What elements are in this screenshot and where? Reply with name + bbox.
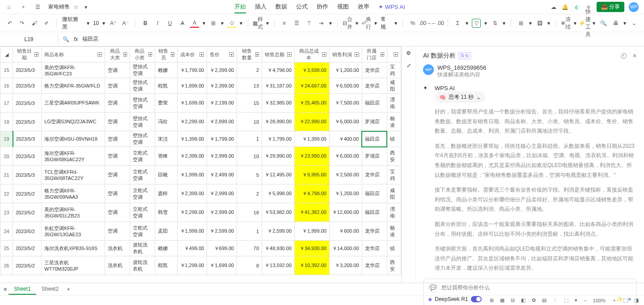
cell[interactable]: 2023/5/3	[13, 78, 42, 94]
cell[interactable]: 孟阳	[155, 222, 177, 241]
cell[interactable]: 罗湖店	[362, 147, 387, 166]
col-header[interactable]: 销售利润▾	[329, 47, 362, 63]
cell[interactable]: 2023/5/3	[13, 113, 42, 131]
cell[interactable]: 2023/5/2	[13, 222, 42, 241]
cell[interactable]: ￥24,687.00	[295, 78, 330, 94]
cell[interactable]: 2023/5/3	[13, 147, 42, 166]
cell[interactable]: 美的空调KFR-35GW/01LZB23	[42, 203, 105, 222]
cell[interactable]: 1	[237, 222, 262, 241]
fullscreen-icon[interactable]: ⛶	[623, 298, 628, 303]
sb-ico[interactable]: ▦	[500, 297, 504, 303]
cell[interactable]: 18	[237, 203, 262, 222]
cell[interactable]: ￥4,798.00	[262, 63, 295, 78]
font-inc-icon[interactable]: A⁺	[109, 19, 118, 28]
cell[interactable]: 龙华店	[362, 256, 387, 275]
cell[interactable]: ￥25,485.00	[295, 94, 330, 113]
cell[interactable]: 海尔空调HSU-09VNH18	[42, 131, 105, 147]
cell[interactable]: ￥34,930.00	[295, 241, 330, 256]
cell[interactable]: 空调	[105, 166, 130, 184]
cell[interactable]: ￥29,990.00	[262, 147, 295, 166]
zoom-level[interactable]: 100%	[593, 298, 606, 303]
cell[interactable]: ￥12,600.00	[329, 203, 362, 222]
underline-icon[interactable]: U	[165, 19, 174, 28]
cell[interactable]: ￥699.00	[207, 241, 237, 256]
cell[interactable]: 空调	[105, 131, 130, 147]
close-icon[interactable]: ✕	[632, 53, 637, 59]
quick-tools[interactable]: ⚡ 快捷工具	[580, 19, 589, 28]
paint-icon[interactable]: 🖌	[30, 19, 39, 28]
cell[interactable]: 1	[237, 131, 262, 147]
fill-color-icon[interactable]: ◇	[227, 19, 236, 28]
menu-协作[interactable]: 协作	[317, 1, 328, 13]
row-number[interactable]: 21	[0, 166, 13, 184]
cell[interactable]: ￥1,799.00	[262, 131, 295, 147]
avatar[interactable]: WP	[629, 2, 639, 12]
sheets-menu-icon[interactable]: ≡	[4, 286, 7, 292]
cell[interactable]: ￥6,000.00	[329, 147, 362, 166]
menu-WPS AI[interactable]: ✦ WPS AI	[378, 1, 405, 13]
cell[interactable]: 壁挂式空调	[130, 78, 155, 94]
cell[interactable]: ￥31,187.00	[262, 78, 295, 94]
cell[interactable]: ￥1,299.00	[177, 256, 207, 275]
font-color-icon[interactable]: A	[190, 19, 199, 28]
cell[interactable]: ￥7,500.00	[329, 94, 362, 113]
cell[interactable]: 10	[237, 147, 262, 166]
cell[interactable]: 2023/5/2	[13, 203, 42, 222]
cell[interactable]: 空调	[105, 63, 130, 78]
cell[interactable]: 宋洁	[155, 131, 177, 147]
cell[interactable]: 空调	[105, 184, 130, 203]
cell[interactable]: ￥32,985.00	[262, 94, 295, 113]
cell[interactable]: ￥5,998.00	[262, 184, 295, 203]
col-header[interactable]: 商品名称▾	[42, 47, 105, 63]
history-icon[interactable]: 🕘	[620, 53, 627, 59]
cell[interactable]: ￥3,200.00	[329, 256, 362, 275]
menu-公式[interactable]: 公式	[296, 1, 308, 13]
cell[interactable]: 宝鸡	[387, 63, 401, 78]
cell[interactable]: ￥28,990.00	[262, 113, 295, 131]
zoom-dialog-icon[interactable]: 🔍	[63, 36, 69, 42]
share-button[interactable]: 📤 分享	[597, 2, 624, 12]
cell[interactable]: 龙华店	[362, 222, 387, 241]
cell[interactable]: ￥2,899.00	[207, 113, 237, 131]
col-header[interactable]: 售价▾	[207, 47, 237, 63]
cell[interactable]: 2023/5/3	[13, 63, 42, 78]
cell-reference[interactable]: L19	[0, 34, 58, 44]
col-header[interactable]: 销售员▾	[155, 47, 177, 63]
cell[interactable]: 2023/5/2	[13, 241, 42, 256]
cell[interactable]: 洗衣机	[105, 241, 130, 256]
cell[interactable]: ￥2,199.00	[207, 94, 237, 113]
sb-ico[interactable]: ⊟	[511, 297, 515, 303]
sheet-tab[interactable]: Sheet1	[8, 284, 36, 295]
sb-ico[interactable]: ▤	[542, 297, 547, 303]
cell[interactable]: 壁挂式空调	[130, 113, 155, 131]
cell[interactable]: ￥1,699.00	[177, 94, 207, 113]
cell[interactable]: ￥48,930.00	[262, 241, 295, 256]
cell[interactable]: ￥2,299.00	[177, 113, 207, 131]
cell[interactable]: 曹荣	[155, 94, 177, 113]
merge-icon[interactable]: ⊟ 合并	[343, 19, 352, 28]
cell[interactable]: 杨凌	[387, 113, 401, 131]
cell[interactable]: 2023/5/3	[13, 94, 42, 113]
cell[interactable]: 冯欣	[155, 113, 177, 131]
cell[interactable]: ￥23,990.00	[295, 147, 330, 166]
cell[interactable]: ￥12,495.00	[262, 166, 295, 184]
row-number[interactable]: 17	[0, 94, 13, 113]
cell[interactable]: ￥13,592.00	[262, 256, 295, 275]
undo-icon[interactable]: ↶	[5, 19, 14, 28]
cell[interactable]: ￥6,000.00	[329, 113, 362, 131]
cell[interactable]: 韩雪	[155, 203, 177, 222]
sort-icon[interactable]: ⇅	[491, 19, 500, 28]
cell[interactable]: ￥2,599.00	[207, 222, 237, 241]
cell[interactable]: 波轮洗衣机	[130, 241, 155, 256]
row-number[interactable]: 19	[0, 131, 13, 147]
align-top-icon[interactable]: ⊤	[305, 19, 314, 28]
cell[interactable]: 程凯	[155, 256, 177, 275]
cell[interactable]: 洗衣机	[105, 256, 130, 275]
cell[interactable]: 三星洗衣机WT70M3200JP	[42, 256, 105, 275]
zoom-in-icon[interactable]: ＋	[612, 297, 617, 304]
cell[interactable]: ￥1,399.00	[177, 131, 207, 147]
fontsize-select[interactable]: 10	[93, 20, 99, 26]
cell[interactable]: 空调	[105, 222, 130, 241]
cell[interactable]: ￥2,399.00	[207, 78, 237, 94]
send-icon[interactable]: ➤	[627, 296, 632, 302]
